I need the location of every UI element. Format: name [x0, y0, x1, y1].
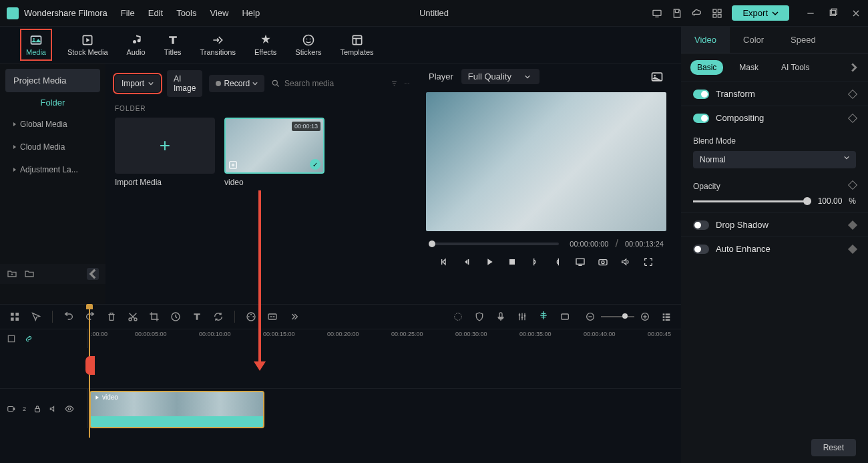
marker-icon[interactable] — [538, 310, 549, 321]
sidebar-folder[interactable]: Folder — [5, 92, 100, 113]
camera-icon[interactable] — [598, 257, 608, 267]
new-folder-icon[interactable] — [7, 269, 17, 279]
tab-color[interactable]: Color — [730, 27, 777, 53]
track-visible-icon[interactable] — [65, 404, 74, 414]
sidebar-global-media[interactable]: Global Media — [5, 113, 100, 136]
prev-frame-icon[interactable] — [439, 257, 449, 267]
mark-in-icon[interactable] — [529, 257, 540, 267]
reset-button[interactable]: Reset — [811, 439, 856, 456]
menu-edit[interactable]: Edit — [148, 8, 163, 18]
shield-icon[interactable] — [474, 311, 485, 322]
playhead-handle[interactable] — [85, 356, 95, 375]
track-video-icon[interactable] — [7, 404, 16, 414]
playhead-dot[interactable] — [429, 241, 435, 247]
track-lock-icon[interactable] — [33, 404, 42, 414]
grid-icon[interactable] — [9, 311, 20, 322]
cloud-icon[interactable] — [692, 8, 702, 19]
zoom-slider[interactable] — [601, 316, 634, 317]
tab-transitions[interactable]: Transitions — [200, 33, 236, 56]
apps-icon[interactable] — [712, 8, 722, 19]
record-button[interactable]: Record — [209, 75, 264, 92]
tab-media[interactable]: Media — [23, 32, 49, 57]
ai-image-button[interactable]: AI Image — [167, 70, 202, 97]
tab-stickers[interactable]: Stickers — [295, 33, 321, 56]
tab-templates[interactable]: Templates — [340, 33, 373, 56]
subtab-mask[interactable]: Mask — [732, 60, 765, 75]
sidebar-adjustment[interactable]: Adjustment La... — [5, 158, 100, 181]
sidebar-cloud-media[interactable]: Cloud Media — [5, 136, 100, 158]
keyframe-icon[interactable] — [848, 220, 857, 229]
text-icon[interactable] — [192, 311, 202, 322]
add-to-timeline-icon[interactable] — [228, 160, 238, 170]
opacity-slider[interactable] — [693, 200, 811, 202]
filter-icon[interactable] — [391, 79, 397, 88]
view-options-icon[interactable] — [661, 311, 672, 322]
tab-audio[interactable]: Audio — [127, 33, 146, 56]
blend-mode-select[interactable]: Normal — [693, 151, 856, 168]
minimize-icon[interactable] — [805, 8, 816, 19]
cut-icon[interactable] — [128, 311, 138, 322]
fullscreen-icon[interactable] — [643, 257, 654, 267]
zoom-thumb[interactable] — [622, 313, 628, 319]
subtab-basic[interactable]: Basic — [690, 60, 723, 75]
mixer-icon[interactable] — [517, 311, 527, 322]
tab-video[interactable]: Video — [681, 27, 730, 53]
keyframe-icon[interactable] — [848, 113, 857, 122]
progress-bar[interactable] — [429, 243, 559, 245]
save-icon[interactable] — [672, 8, 682, 19]
video-media-card[interactable]: 00:00:13 ✓ video — [224, 118, 324, 187]
import-media-card[interactable]: + Import Media — [115, 118, 215, 187]
menu-view[interactable]: View — [210, 8, 228, 18]
folder-icon[interactable] — [24, 269, 35, 279]
menu-tools[interactable]: Tools — [176, 8, 196, 18]
menu-file[interactable]: File — [121, 8, 135, 18]
maximize-icon[interactable] — [828, 8, 839, 19]
more-icon[interactable] — [404, 79, 410, 88]
keyframe-icon[interactable] — [848, 89, 857, 98]
compositing-toggle[interactable] — [693, 114, 709, 123]
quality-select[interactable]: Full Quality — [461, 69, 539, 84]
menu-help[interactable]: Help — [242, 8, 260, 18]
device-icon[interactable] — [652, 8, 662, 19]
tab-stock-media[interactable]: Stock Media — [67, 33, 108, 56]
drop-shadow-toggle[interactable] — [693, 220, 709, 230]
tab-effects[interactable]: Effects — [254, 33, 276, 56]
video-clip[interactable]: video — [89, 391, 264, 428]
tab-titles[interactable]: Titles — [164, 33, 182, 56]
redo-icon[interactable] — [85, 311, 95, 322]
mic-icon[interactable] — [495, 311, 506, 322]
stop-icon[interactable] — [507, 257, 517, 267]
timeline-ruler[interactable]: :00:00 00:00:05:00 00:00:10:00 00:00:15:… — [88, 329, 681, 348]
refresh-icon[interactable] — [213, 311, 224, 322]
tab-speed[interactable]: Speed — [777, 27, 829, 53]
chevron-right-icon[interactable] — [849, 63, 859, 72]
more-tools-icon[interactable] — [288, 311, 299, 322]
play-icon[interactable] — [484, 257, 495, 267]
select-icon[interactable] — [31, 311, 41, 322]
preview-screen[interactable] — [426, 92, 666, 231]
caption-icon[interactable] — [267, 311, 278, 322]
step-back-icon[interactable] — [461, 257, 472, 267]
export-button[interactable]: Export — [732, 5, 789, 21]
track-mute-icon[interactable] — [49, 404, 58, 414]
frame-icon[interactable] — [560, 311, 570, 322]
auto-enhance-toggle[interactable] — [693, 245, 709, 254]
link-icon[interactable] — [24, 334, 33, 343]
slider-thumb[interactable] — [803, 197, 811, 205]
color-icon[interactable] — [246, 311, 256, 322]
keyframe-icon[interactable] — [848, 244, 857, 253]
close-icon[interactable] — [851, 8, 861, 19]
zoom-out-icon[interactable] — [585, 311, 596, 322]
subtab-ai-tools[interactable]: AI Tools — [775, 60, 816, 75]
track-content[interactable]: video — [88, 389, 681, 428]
search-input[interactable] — [284, 79, 385, 88]
flag-icon[interactable] — [453, 311, 463, 322]
keyframe-icon[interactable] — [848, 180, 857, 190]
import-button[interactable]: Import — [115, 75, 160, 92]
undo-icon[interactable] — [63, 311, 74, 322]
display-icon[interactable] — [575, 257, 586, 267]
delete-icon[interactable] — [106, 311, 117, 322]
sidebar-project-media[interactable]: Project Media — [5, 69, 100, 92]
volume-icon[interactable] — [620, 257, 631, 267]
mark-out-icon[interactable] — [552, 257, 563, 267]
